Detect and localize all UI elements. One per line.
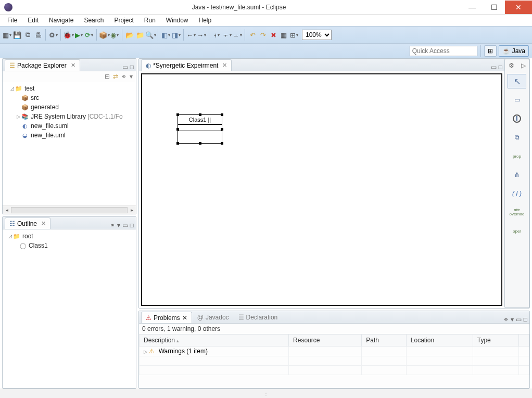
palette-realization-tool[interactable]: ( I ) bbox=[508, 186, 526, 201]
search-icon[interactable]: 🔍 bbox=[146, 30, 155, 40]
new-wizard-icon[interactable]: ▦ bbox=[2, 30, 11, 40]
tree-node-uml-file[interactable]: ◒ new_file.uml bbox=[5, 131, 134, 140]
undo-diagram-icon[interactable]: ↶ bbox=[248, 30, 257, 40]
uml-class-element[interactable]: Class1 || bbox=[178, 114, 222, 144]
resize-handle-e[interactable] bbox=[221, 128, 223, 131]
tree-node-project[interactable]: ◿ 📁 test bbox=[5, 84, 134, 93]
align-center-icon[interactable]: ⫟ bbox=[222, 30, 232, 40]
menu-file[interactable]: File bbox=[3, 16, 21, 25]
resize-handle-ne[interactable] bbox=[221, 113, 223, 116]
horizontal-scrollbar[interactable]: ◂ ▸ bbox=[3, 206, 136, 214]
menu-window[interactable]: Window bbox=[162, 16, 193, 25]
back-icon[interactable]: ← bbox=[186, 30, 196, 40]
close-button[interactable]: ✕ bbox=[505, 1, 532, 14]
close-icon[interactable]: ✕ bbox=[41, 220, 46, 227]
problems-tab[interactable]: ⚠ Problems ✕ bbox=[141, 312, 192, 323]
focus-icon[interactable]: ⚭ bbox=[503, 316, 509, 323]
minimize-view-icon[interactable]: ▭ bbox=[516, 316, 522, 323]
expand-twisty-icon[interactable]: ◿ bbox=[9, 86, 15, 91]
tree-node-src[interactable]: 📦 src bbox=[5, 93, 134, 102]
resize-handle-s[interactable] bbox=[199, 142, 201, 145]
palette-collapse-icon[interactable]: ▷ bbox=[521, 62, 526, 69]
redo-diagram-icon[interactable]: ↷ bbox=[258, 30, 268, 40]
palette-attr-override-tool[interactable]: attr override bbox=[508, 205, 526, 220]
focus-icon[interactable]: ⚭ bbox=[110, 222, 115, 229]
col-resource[interactable]: Resource bbox=[289, 335, 362, 346]
annotation-prev-icon[interactable]: ◧ bbox=[161, 30, 170, 40]
tree-node-suml-file[interactable]: ◐ new_file.suml bbox=[5, 121, 134, 131]
expand-twisty-icon[interactable]: ▷ bbox=[144, 349, 147, 354]
javadoc-tab[interactable]: @ Javadoc bbox=[193, 312, 233, 323]
menu-search[interactable]: Search bbox=[80, 16, 108, 25]
tree-node-jre[interactable]: ▷ 📚 JRE System Library [CDC-1.1/Fo bbox=[5, 112, 134, 121]
class-attributes-compartment[interactable] bbox=[178, 124, 222, 131]
delete-icon[interactable]: ✖ bbox=[269, 30, 278, 40]
snap-icon[interactable]: ⊞ bbox=[289, 30, 299, 40]
class-name-field[interactable]: Class1 || bbox=[178, 115, 222, 124]
resize-handle-nw[interactable] bbox=[176, 113, 179, 116]
quick-access-input[interactable] bbox=[410, 46, 477, 56]
maximize-button[interactable]: ☐ bbox=[483, 1, 505, 14]
open-task-icon[interactable]: 📁 bbox=[135, 30, 145, 40]
scroll-right-icon[interactable]: ▸ bbox=[128, 207, 136, 213]
run-last-icon[interactable]: ⟳ bbox=[84, 30, 94, 40]
resize-handle-w[interactable] bbox=[176, 128, 179, 131]
tree-node-generated[interactable]: 📦 generated bbox=[5, 102, 134, 112]
maximize-view-icon[interactable]: □ bbox=[524, 316, 527, 323]
minimize-view-icon[interactable]: ▭ bbox=[122, 63, 128, 71]
maximize-view-icon[interactable]: □ bbox=[499, 63, 502, 71]
minimize-view-icon[interactable]: ▭ bbox=[491, 63, 497, 71]
debug-icon[interactable]: 🐞 bbox=[64, 30, 73, 40]
col-location[interactable]: Location bbox=[406, 335, 473, 346]
declaration-tab[interactable]: ☰ Declaration bbox=[234, 312, 282, 323]
close-icon[interactable]: ✕ bbox=[182, 314, 187, 322]
scroll-track[interactable] bbox=[11, 207, 128, 213]
new-type-icon[interactable]: ◉ bbox=[110, 30, 119, 40]
maximize-view-icon[interactable]: □ bbox=[130, 63, 134, 71]
col-type[interactable]: Type bbox=[473, 335, 518, 346]
menu-run[interactable]: Run bbox=[140, 16, 160, 25]
col-description[interactable]: Description ▴ bbox=[140, 335, 289, 346]
table-row[interactable]: ▷ ⚠ Warnings (1 item) bbox=[140, 346, 529, 356]
close-icon[interactable]: ✕ bbox=[71, 62, 75, 69]
palette-class-tool[interactable]: ▭ bbox=[508, 93, 526, 107]
palette-operation-tool[interactable]: oper bbox=[508, 224, 526, 238]
editor-tab[interactable]: ◐ *Synergetic Expeirment ✕ bbox=[141, 59, 232, 71]
menu-project[interactable]: Project bbox=[110, 16, 137, 25]
grid-icon[interactable]: ▦ bbox=[279, 30, 288, 40]
open-type-icon[interactable]: 📂 bbox=[125, 30, 134, 40]
save-icon[interactable]: 💾 bbox=[12, 30, 22, 40]
palette-select-tool[interactable]: ↖ bbox=[508, 74, 526, 88]
annotation-next-icon[interactable]: ◨ bbox=[171, 30, 181, 40]
minimize-view-icon[interactable]: ▭ bbox=[122, 222, 128, 229]
palette-generalization-tool[interactable]: ⋔ bbox=[508, 168, 526, 182]
resize-handle-n[interactable] bbox=[199, 113, 201, 116]
new-package-icon[interactable]: 📦 bbox=[99, 30, 109, 40]
package-explorer-tab[interactable]: ☰ Package Explorer ✕ bbox=[5, 59, 80, 71]
java-perspective-button[interactable]: ☕ Java bbox=[499, 45, 529, 57]
menu-help[interactable]: Help bbox=[195, 16, 216, 25]
expand-twisty-icon[interactable]: ▷ bbox=[15, 114, 21, 119]
link-editor-icon[interactable]: ⇄ bbox=[113, 73, 118, 80]
palette-interface-tool[interactable]: I bbox=[508, 111, 526, 126]
maximize-view-icon[interactable]: □ bbox=[130, 222, 134, 229]
zoom-select[interactable]: 100% bbox=[302, 30, 332, 40]
open-perspective-button[interactable]: ⊞ bbox=[484, 45, 497, 57]
collapse-all-icon[interactable]: ⊟ bbox=[105, 73, 110, 80]
col-path[interactable]: Path bbox=[362, 335, 407, 346]
resize-handle-se[interactable] bbox=[221, 142, 223, 145]
palette-gear-icon[interactable]: ⚙ bbox=[509, 62, 514, 69]
menu-navigate[interactable]: Navigate bbox=[45, 16, 78, 25]
palette-association-tool[interactable]: ⧉ bbox=[508, 130, 526, 145]
save-all-icon[interactable]: ⧉ bbox=[23, 30, 32, 40]
outline-node-root[interactable]: ◿ 📁 root bbox=[5, 232, 134, 241]
resize-handle-sw[interactable] bbox=[176, 142, 179, 145]
scroll-left-icon[interactable]: ◂ bbox=[3, 207, 11, 213]
palette-property-tool[interactable]: prop bbox=[508, 149, 526, 163]
outline-tab[interactable]: ☷ Outline ✕ bbox=[5, 217, 50, 229]
view-menu-icon[interactable]: ▾ bbox=[130, 73, 133, 80]
diagram-canvas[interactable]: Class1 || bbox=[141, 73, 502, 306]
align-right-icon[interactable]: ⫠ bbox=[233, 30, 242, 40]
build-icon[interactable]: ⚙ bbox=[48, 30, 58, 40]
outline-node-class1[interactable]: ◯ Class1 bbox=[5, 241, 134, 250]
